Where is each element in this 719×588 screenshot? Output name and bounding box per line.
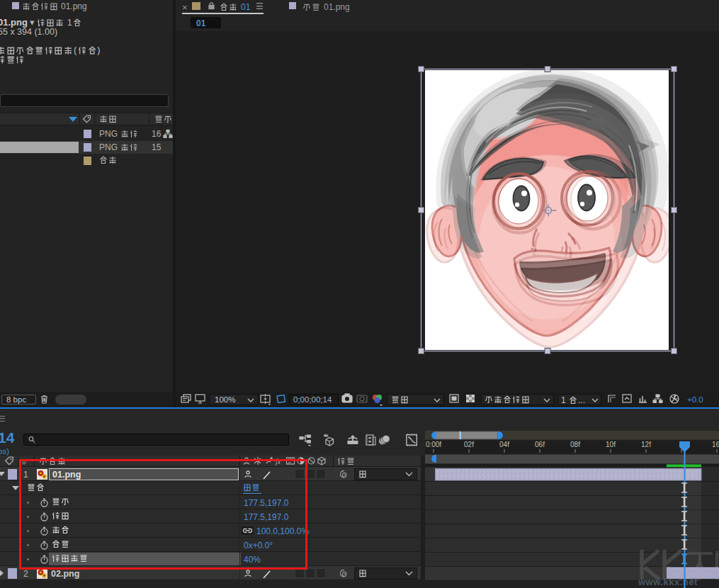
svg-text:0:00f: 0:00f xyxy=(426,441,441,448)
svg-text:04f: 04f xyxy=(499,441,509,448)
svg-text:16f: 16f xyxy=(712,441,719,448)
svg-text:+0.0: +0.0 xyxy=(687,395,703,404)
svg-text:08f: 08f xyxy=(570,441,580,448)
svg-text:02f: 02f xyxy=(464,441,474,448)
svg-text:12f: 12f xyxy=(641,441,651,448)
svg-text:06f: 06f xyxy=(535,441,545,448)
svg-text:10f: 10f xyxy=(606,441,616,448)
